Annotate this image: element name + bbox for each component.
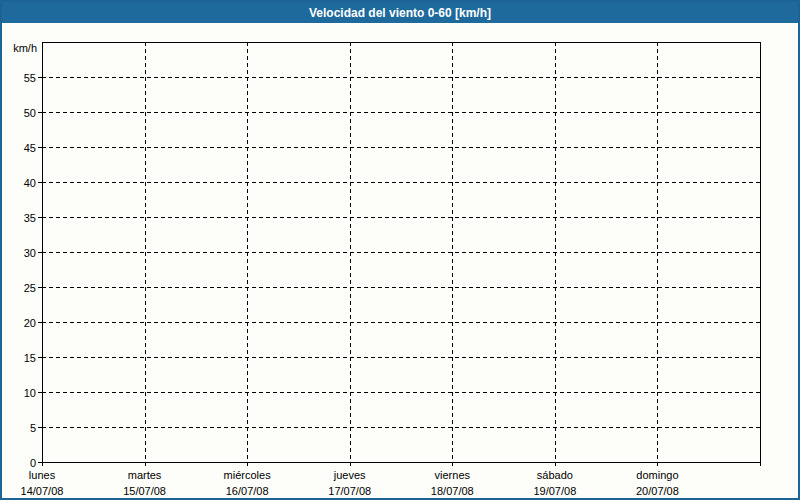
x-date-label: 18/07/08 (431, 485, 474, 497)
x-date-label: 20/07/08 (636, 485, 679, 497)
x-date-label: 16/07/08 (226, 485, 269, 497)
y-tick-label: 45 (24, 142, 36, 154)
x-date-label: 15/07/08 (123, 485, 166, 497)
y-axis-unit-label: km/h (13, 42, 37, 54)
x-date-label: 17/07/08 (328, 485, 371, 497)
x-date-label: 14/07/08 (21, 485, 64, 497)
x-day-label: jueves (333, 469, 366, 481)
y-tick-label: 5 (30, 422, 36, 434)
x-day-label: miércoles (224, 469, 272, 481)
y-tick-label: 50 (24, 107, 36, 119)
y-tick-label: 40 (24, 177, 36, 189)
x-day-label: domingo (636, 469, 678, 481)
y-tick-label: 35 (24, 212, 36, 224)
x-day-label: lunes (29, 469, 56, 481)
chart-title: Velocidad del viento 0-60 [km/h] (309, 6, 491, 20)
y-tick-label: 10 (24, 387, 36, 399)
wind-speed-chart: 0510152025303540455055km/hlunes14/07/08m… (2, 23, 798, 498)
x-day-label: sábado (537, 469, 573, 481)
chart-window: Velocidad del viento 0-60 [km/h] 0510152… (0, 0, 800, 500)
y-tick-label: 0 (30, 457, 36, 469)
x-day-label: martes (128, 469, 162, 481)
y-tick-label: 25 (24, 282, 36, 294)
title-bar: Velocidad del viento 0-60 [km/h] (2, 2, 798, 23)
y-tick-label: 20 (24, 317, 36, 329)
y-tick-label: 55 (24, 72, 36, 84)
y-tick-label: 15 (24, 352, 36, 364)
x-date-label: 19/07/08 (533, 485, 576, 497)
y-tick-label: 30 (24, 247, 36, 259)
x-day-label: viernes (435, 469, 471, 481)
